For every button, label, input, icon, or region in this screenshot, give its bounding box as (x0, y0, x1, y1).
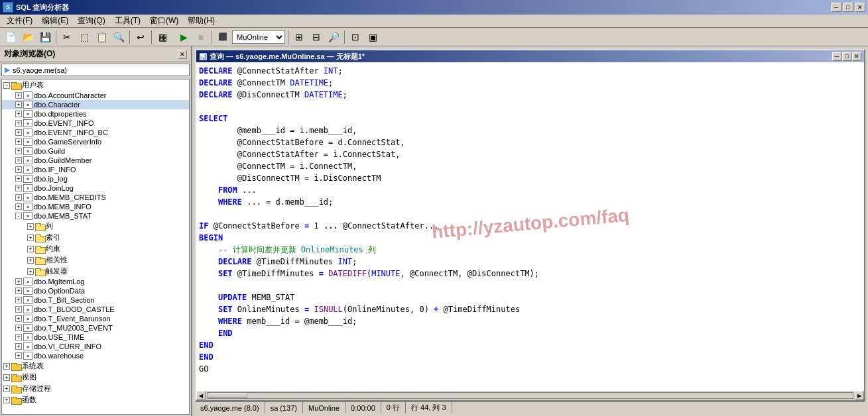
expand-tbc[interactable]: + (15, 306, 22, 313)
expand-ms[interactable]: - (15, 213, 22, 219)
tree-ip_log[interactable]: + ≡ dbo.ip_log (2, 174, 189, 183)
run-button[interactable]: ▶ (176, 30, 192, 44)
expand-indexes[interactable]: + (27, 234, 34, 241)
tree-other[interactable]: + 函数 (2, 394, 189, 405)
tree-triggers[interactable]: + 触发器 (2, 266, 189, 277)
title-bar-buttons[interactable]: ─ □ ✕ (831, 3, 865, 12)
find-button[interactable]: 🔍 (111, 30, 127, 44)
expand-ei[interactable]: + (15, 120, 22, 127)
tree-cols[interactable]: + 列 (2, 221, 189, 232)
ob-close-button[interactable]: ✕ (178, 50, 187, 59)
expand-mc[interactable]: + (15, 194, 22, 201)
tree-USE_TIME[interactable]: + ≡ dbo.USE_TIME (2, 333, 189, 342)
tree-T_Event_Barunson[interactable]: + ≡ dbo.T_Event_Barunson (2, 314, 189, 323)
menu-window[interactable]: 窗口(W) (146, 14, 182, 28)
menu-file[interactable]: 文件(F) (3, 14, 36, 28)
obj-btn4[interactable]: ⊡ (347, 30, 363, 44)
qw-buttons[interactable]: ─ □ ✕ (832, 52, 861, 61)
tree-T_MU2003_EVENT[interactable]: + ≡ dbo.T_MU2003_EVENT (2, 323, 189, 333)
tree-tables-root[interactable]: - 用户表 (2, 79, 189, 91)
close-button[interactable]: ✕ (855, 3, 865, 12)
minimize-button[interactable]: ─ (831, 3, 841, 12)
expand-tables[interactable]: - (3, 82, 10, 89)
tree-JoinLog[interactable]: + ≡ dbo.JoinLog (2, 183, 189, 193)
tree-EVENT_INFO[interactable]: + ≡ dbo.EVENT_INFO (2, 119, 189, 128)
menu-tools[interactable]: 工具(T) (111, 14, 145, 28)
expand-constraints[interactable]: + (27, 246, 34, 252)
maximize-button[interactable]: □ (843, 3, 853, 12)
tree-stored-procs[interactable]: + 存储过程 (2, 383, 189, 394)
view-toggle-button[interactable]: ▦ (155, 30, 170, 44)
ob-tree[interactable]: - 用户表 + ≡ dbo.AccountCharacter + ≡ dbo.C… (1, 79, 190, 415)
tree-MEMB_CREDITS[interactable]: + ≡ dbo.MEMB_CREDITS (2, 193, 189, 202)
expand-gsi[interactable]: + (15, 138, 22, 145)
menu-edit[interactable]: 编辑(E) (38, 14, 72, 28)
tree-dtproperties[interactable]: + ≡ dbo.dtproperties (2, 109, 189, 119)
expand-mgil[interactable]: + (15, 278, 22, 285)
menu-query[interactable]: 查询(Q) (74, 14, 109, 28)
expand-gm[interactable]: + (15, 157, 22, 164)
tree-warehouse[interactable]: + ≡ dbo.warehouse (2, 351, 189, 360)
expand-cols[interactable]: + (27, 223, 34, 230)
expand-wh[interactable]: + (15, 352, 22, 359)
expand-mi[interactable]: + (15, 203, 22, 210)
obj-btn3[interactable]: 🔎 (326, 30, 341, 44)
expand-tme[interactable]: + (15, 325, 22, 331)
h-scroll-thumb[interactable] (208, 393, 247, 398)
expand-relations[interactable]: + (27, 257, 34, 264)
tree-GameServerInfo[interactable]: + ≡ dbo.GameServerInfo (2, 137, 189, 146)
tree-T_Bill_Section[interactable]: + ≡ dbo.T_Bill_Section (2, 295, 189, 305)
expand-tbs[interactable]: + (15, 297, 22, 303)
tree-T_BLOOD_CASTLE[interactable]: + ≡ dbo.T_BLOOD_CASTLE (2, 305, 189, 314)
expand-joinlog[interactable]: + (15, 185, 22, 191)
tree-indexes[interactable]: + 索引 (2, 232, 189, 243)
h-scroll-track[interactable] (207, 392, 853, 399)
obj-btn1[interactable]: ⊞ (291, 30, 307, 44)
expand-sp[interactable]: + (3, 386, 10, 392)
expand-char[interactable]: + (15, 101, 22, 108)
expand-views[interactable]: + (3, 374, 10, 381)
open-button[interactable]: 📂 (20, 30, 36, 44)
paste-button[interactable]: 📋 (93, 30, 109, 44)
expand-ac[interactable]: + (15, 92, 22, 99)
expand-sys[interactable]: + (3, 363, 10, 370)
expand-dtp[interactable]: + (15, 111, 22, 117)
tree-system-tables[interactable]: + 系统表 (2, 360, 189, 372)
expand-ut[interactable]: + (15, 334, 22, 340)
qw-maximize-button[interactable]: □ (842, 52, 851, 61)
tree-relations[interactable]: + 相关性 (2, 254, 189, 266)
expand-ifinfo[interactable]: + (15, 166, 22, 173)
tree-constraints[interactable]: + 约束 (2, 243, 189, 254)
obj-btn2[interactable]: ⊟ (308, 30, 324, 44)
expand-od[interactable]: + (15, 287, 22, 294)
tree-VI_CURR_INFO[interactable]: + ≡ dbo.VI_CURR_INFO (2, 342, 189, 351)
tree-Guild[interactable]: + ≡ dbo.Guild (2, 146, 189, 156)
expand-triggers[interactable]: + (27, 268, 34, 275)
tree-AccountCharacter[interactable]: + ≡ dbo.AccountCharacter (2, 91, 189, 100)
save-button[interactable]: 💾 (37, 30, 53, 44)
qw-close-button[interactable]: ✕ (852, 52, 861, 61)
tree-IF_INFO[interactable]: + ≡ dbo.IF_INFO (2, 165, 189, 174)
database-selector[interactable]: MuOnline (232, 30, 285, 44)
cut-button[interactable]: ✂ (59, 30, 75, 44)
tree-views[interactable]: + 视图 (2, 372, 189, 383)
expand-iplog[interactable]: + (15, 176, 22, 182)
tree-EVENT_INFO_BC[interactable]: + ≡ dbo.EVENT_INFO_BC (2, 128, 189, 137)
expand-eibc[interactable]: + (15, 129, 22, 136)
expand-other[interactable]: + (3, 397, 10, 403)
horizontal-scrollbar[interactable]: ◀ ▶ (196, 391, 864, 400)
scroll-right-button[interactable]: ▶ (855, 391, 864, 400)
ob-connection[interactable]: ▶ s6.yaoge.me(sa) (1, 64, 190, 76)
stop-button[interactable]: ■ (193, 30, 209, 44)
tree-MEMB_STAT[interactable]: - ≡ dbo.MEMB_STAT (2, 211, 189, 221)
copy-button[interactable]: ⬚ (76, 30, 92, 44)
tree-OptionData[interactable]: + ≡ dbo.OptionData (2, 286, 189, 295)
tree-MEMB_INFO[interactable]: + ≡ dbo.MEMB_INFO (2, 202, 189, 211)
scroll-left-button[interactable]: ◀ (196, 391, 206, 400)
tree-MgItemLog[interactable]: + ≡ dbo.MgItemLog (2, 277, 189, 286)
expand-teb[interactable]: + (15, 315, 22, 322)
obj-btn5[interactable]: ▣ (365, 30, 381, 44)
qw-minimize-button[interactable]: ─ (832, 52, 841, 61)
tree-GuildMember[interactable]: + ≡ dbo.GuildMember (2, 156, 189, 165)
tree-Character[interactable]: + ≡ dbo.Character (2, 100, 189, 109)
